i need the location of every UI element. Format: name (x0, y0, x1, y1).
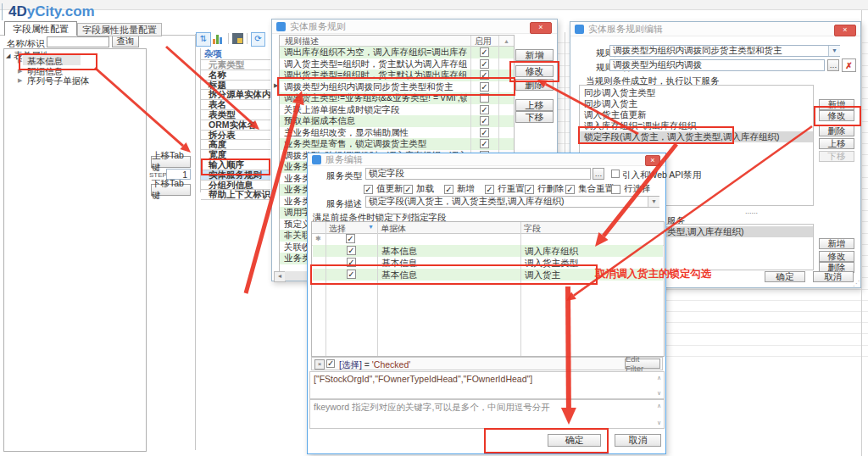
export-icon[interactable] (232, 33, 243, 44)
column-enabled[interactable]: 启用 (475, 36, 492, 47)
scroll-up-icon[interactable]: ▲ (504, 38, 509, 44)
property-item[interactable]: 输入顺序 (201, 160, 270, 170)
rule-enabled-checkbox[interactable] (480, 93, 489, 103)
chevron-down-icon[interactable]: ▼ (828, 46, 840, 56)
rule-enabled-checkbox[interactable] (480, 105, 489, 114)
event-checkbox[interactable] (525, 185, 534, 194)
property-item[interactable]: 拆分源单实体内码字 (201, 90, 270, 100)
property-item[interactable]: 宽度 (201, 150, 270, 160)
rule-enabled-checkbox[interactable] (480, 116, 489, 125)
property-item[interactable]: 元素类型 (201, 60, 270, 70)
event-checkbox[interactable] (364, 185, 373, 194)
false-edit-button[interactable]: 修改 (819, 251, 854, 262)
lock-field-checkbox[interactable] (347, 246, 356, 255)
rule-row[interactable]: 预取单据成本信息 (280, 115, 514, 127)
filter-row[interactable]: ✱ (312, 233, 664, 246)
property-item[interactable]: 表名 (201, 100, 270, 110)
property-item[interactable]: 标题 (201, 81, 270, 91)
rule-edit-ok-button[interactable]: 确定 (765, 271, 805, 282)
service-delete-button[interactable]: 删除 (819, 125, 854, 136)
service-list-item[interactable]: 调入货主值更新 (580, 109, 813, 120)
rule-cond-input[interactable]: 调拨类型为组织内调拨 (609, 59, 825, 71)
rule-row[interactable]: 关联上游单据生成时锁定字段 (280, 104, 514, 116)
lock-field-row[interactable]: 基本信息调入库存组织 (313, 245, 663, 257)
service-list-item[interactable]: 锁定字段(调入货主，调入货主类型,调入库存组织) (580, 131, 813, 142)
event-checkbox[interactable] (444, 185, 453, 194)
keyword-hint-box[interactable]: fkeyword 指定列对应的关键字,可以是多个，中间用逗号分开 ∧ ∨ (309, 399, 665, 429)
service-list-item[interactable]: 调入库存组织=调出库存组织 (580, 120, 813, 131)
rule-row[interactable]: 调入货主类型=组织时，货主默认为调入库存组织 (280, 58, 514, 70)
ellipsis-button[interactable]: … (827, 59, 839, 71)
event-option-0[interactable]: 值更新 (364, 183, 403, 195)
property-item[interactable]: 表类型 (201, 110, 270, 120)
chevron-down-icon[interactable]: ▼ (648, 197, 659, 207)
move-down-tab-button[interactable]: 下移Tab键 (151, 184, 191, 196)
event-checkbox[interactable] (611, 185, 620, 194)
service-moveup-button[interactable]: 上移 (819, 138, 854, 149)
rules-moveup-button[interactable]: 上移 (515, 99, 554, 111)
rule-row[interactable]: 调拨类型为组织内调拨同步货主类型和货主 (280, 81, 514, 93)
close-icon[interactable]: × (645, 155, 660, 166)
rule-row[interactable]: 主业务组织改变，显示辅助属性 (280, 127, 514, 139)
rules-add-button[interactable]: 新增 (515, 49, 554, 61)
clear-condition-button[interactable]: ✗ (842, 58, 856, 72)
tree-expander-icon[interactable]: ▶ (18, 68, 22, 75)
service-edit-cancel-button[interactable]: 取消 (615, 434, 661, 447)
event-option-3[interactable]: 行重置 (485, 183, 525, 195)
refresh-icon[interactable]: ⟳ (251, 32, 265, 47)
scroll-up-icon[interactable]: ∧ (657, 403, 661, 409)
property-item[interactable]: 分组列信息 (201, 181, 270, 191)
property-item[interactable]: ORM实体名 (201, 120, 270, 131)
move-up-tab-button[interactable]: 上移Tab键 (151, 156, 191, 168)
scroll-up-icon[interactable]: ∧ (657, 375, 661, 381)
hscrollbar-left-icon[interactable]: ◂ (274, 271, 286, 282)
service-add-button[interactable]: 新增 (819, 99, 854, 110)
rules-delete-button[interactable]: 删除 (515, 79, 554, 91)
service-edit-ok-button[interactable]: 确定 (548, 434, 601, 447)
ellipsis-button[interactable]: … (593, 168, 604, 180)
service-desc-input[interactable]: 锁定字段(调入货主，调入货主类型,调入库存组织) (365, 196, 659, 208)
filter-enabled-checkbox[interactable] (326, 359, 335, 368)
column-rule-desc[interactable]: 规则描述 (285, 36, 319, 47)
rules-edit-button[interactable]: 修改 (515, 65, 554, 77)
property-item[interactable]: 帮助上下文标识 (201, 190, 270, 200)
rule-row[interactable]: 调出货主类型=组织时，货主默认为调出库存组织 (280, 70, 514, 81)
tree-expander-icon[interactable]: ▶ (18, 77, 22, 84)
rule-enabled-checkbox[interactable] (480, 128, 489, 137)
scroll-down-icon[interactable]: ∨ (657, 420, 661, 425)
filter-row-checkbox[interactable] (346, 234, 355, 243)
event-checkbox[interactable] (565, 185, 575, 194)
false-add-button[interactable]: 新增 (819, 238, 854, 249)
rule-desc-input[interactable]: 调拨类型为组织内调拨同步货主类型和货主 (609, 45, 840, 57)
event-option-4[interactable]: 行删除 (525, 183, 565, 195)
event-checkbox[interactable] (403, 185, 413, 194)
search-input[interactable] (47, 36, 109, 47)
keyword-code-box[interactable]: ["FStockOrgId","FOwnerTypeIdHead","FOwne… (309, 371, 665, 399)
service-list-item[interactable]: 同步调入货主类型 (580, 87, 813, 98)
rule-enabled-checkbox[interactable] (480, 70, 489, 80)
rule-enabled-checkbox[interactable] (480, 47, 489, 57)
service-movedown-button[interactable]: 下移 (819, 151, 854, 162)
tree-expander-icon[interactable]: ▶ (18, 58, 22, 64)
property-item[interactable]: 高度 (201, 140, 270, 150)
rules-movedown-button[interactable]: 下移 (515, 111, 554, 123)
event-option-6[interactable]: 行选择 (611, 183, 651, 195)
property-item[interactable]: 拆分表 (201, 131, 270, 141)
event-option-1[interactable]: 加载 (403, 183, 434, 195)
service-edit-button[interactable]: 修改 (819, 110, 854, 121)
tab-field-batch-config[interactable]: 字段属性批量配置 (77, 23, 162, 36)
search-button[interactable]: 查询 (112, 36, 139, 47)
event-option-5[interactable]: 集合重置 (565, 183, 614, 195)
tree-expander-root[interactable]: ◢ (6, 53, 10, 59)
resize-grip[interactable]: ⋰ (853, 280, 860, 287)
property-item[interactable]: 实体服务规则 (201, 170, 270, 181)
filter-icon[interactable]: ▼ (368, 224, 374, 230)
service-list-item[interactable]: 同步调入货主 (580, 98, 813, 109)
edit-filter-button[interactable]: Edit Filter (625, 359, 660, 369)
event-checkbox[interactable] (485, 185, 494, 194)
dialog-titlebar[interactable]: 实体服务规则 (272, 19, 557, 34)
rule-enabled-checkbox[interactable] (480, 59, 489, 69)
service-type-input[interactable]: 锁定字段 (365, 168, 591, 180)
close-icon[interactable]: × (834, 25, 856, 36)
rule-enabled-checkbox[interactable] (480, 82, 489, 92)
